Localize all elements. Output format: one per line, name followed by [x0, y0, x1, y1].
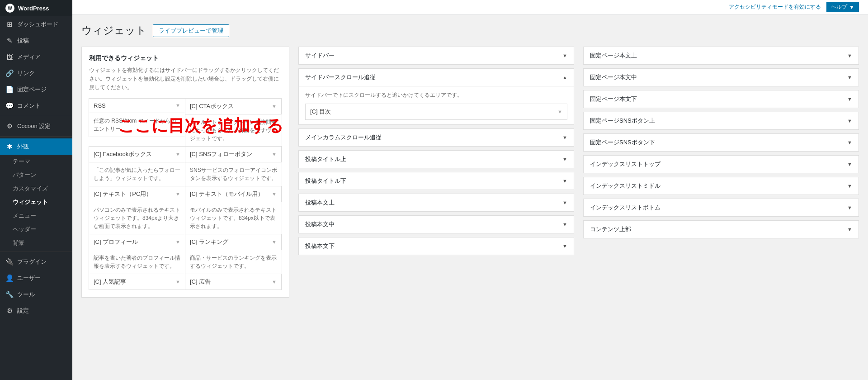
widget-area-fixed-page-middle: 固定ページ本文中 ▼	[583, 68, 859, 86]
chevron-down-icon: ▼	[175, 239, 180, 245]
sidebar-item-posts[interactable]: ✎ 投稿	[0, 33, 72, 49]
help-label: ヘルプ	[831, 3, 847, 11]
widget-ranking[interactable]: [C] ランキング ▼	[185, 234, 282, 250]
sidebar-item-cocoon[interactable]: ⚙ Cocoon 設定	[0, 118, 72, 134]
widget-label: [C] CTAボックス	[190, 102, 234, 110]
sidebar-item-label: プラグイン	[17, 258, 47, 266]
widget-area-post-content-middle: 投稿本文中 ▼	[298, 215, 574, 233]
widget-label: RSS	[94, 102, 106, 109]
chevron-down-icon: ▼	[847, 205, 852, 210]
dashboard-icon: ⊞	[5, 20, 14, 28]
sidebar-sub-menus[interactable]: メニュー	[0, 209, 72, 223]
widget-cta[interactable]: [C] CTAボックス ▼	[185, 98, 282, 114]
fixed-page-below-header[interactable]: 固定ページ本文下 ▼	[584, 90, 859, 108]
tools-icon: 🔧	[5, 290, 14, 299]
widget-rss[interactable]: RSS ▼	[89, 98, 185, 113]
divider3	[0, 252, 72, 252]
post-title-below-header[interactable]: 投稿タイトル下 ▼	[299, 172, 574, 190]
widget-toc-item[interactable]: [C] 目次 ▼	[305, 104, 567, 120]
post-content-below-label: 投稿本文下	[305, 242, 335, 250]
fixed-page-sns-below-label: 固定ページSNSボタン下	[590, 138, 655, 147]
fixed-page-sns-below-header[interactable]: 固定ページSNSボタン下 ▼	[584, 134, 859, 151]
sidebar-sub-themes[interactable]: テーマ	[0, 155, 72, 168]
sidebar-item-media[interactable]: 🖼 メディア	[0, 49, 72, 65]
fixed-page-middle-header[interactable]: 固定ページ本文中 ▼	[584, 69, 859, 86]
post-content-above-header[interactable]: 投稿本文上 ▼	[299, 194, 574, 211]
media-icon: 🖼	[5, 53, 14, 61]
chevron-down-icon: ▼	[847, 118, 852, 124]
widget-grid: RSS ▼ 任意の RSS/Atom フィードからのエントリー。 [C] CTA…	[89, 99, 282, 290]
sidebar-sub-header[interactable]: ヘッダー	[0, 223, 72, 236]
widget-text-pc-desc: パソコンのみで表示されるテキストウィジェットです。834pxより大きな画面で表示…	[89, 202, 186, 234]
appearance-icon: ✱	[5, 142, 14, 151]
sidebar-item-plugins[interactable]: 🔌 プラグイン	[0, 254, 72, 270]
widget-text-mobile[interactable]: [C] テキスト（モバイル用） ▼	[185, 186, 282, 202]
pages-icon: 📄	[5, 86, 14, 94]
sidebar-item-links[interactable]: 🔗 リンク	[0, 65, 72, 81]
list-item: [C] 広告 ▼	[185, 274, 282, 290]
sidebar-item-pages[interactable]: 📄 固定ページ	[0, 81, 72, 98]
content-top-header[interactable]: コンテンツ上部 ▼	[584, 221, 859, 238]
sidebar-sub-customize[interactable]: カスタマイズ	[0, 182, 72, 195]
widget-ad[interactable]: [C] 広告 ▼	[185, 274, 282, 290]
help-button[interactable]: ヘルプ ▼	[826, 2, 859, 12]
chevron-down-icon: ▼	[847, 183, 852, 189]
post-title-above-header[interactable]: 投稿タイトル上 ▼	[299, 151, 574, 168]
widget-ranking-desc: 商品・サービスのランキングを表示するウィジェットです。	[185, 250, 282, 274]
widget-text-pc[interactable]: [C] テキスト（PC用） ▼	[89, 186, 185, 202]
accessibility-link[interactable]: アクセシビリティモードを有効にする	[729, 3, 821, 11]
widget-popular[interactable]: [C] 人気記事 ▼	[89, 274, 185, 290]
index-list-bottom-header[interactable]: インデックスリストボトム ▼	[584, 199, 859, 216]
index-list-top-label: インデックスリストトップ	[590, 160, 660, 168]
available-widgets-title: 利用できるウィジェット	[89, 54, 282, 62]
sidebar-scroll-desc: サイドバーで下にスクロールすると追いかけてくるエリアです。	[305, 91, 567, 99]
widget-profile[interactable]: [C] プロフィール ▼	[89, 234, 185, 250]
widget-area-index-list-middle: インデックスリストミドル ▼	[583, 177, 859, 195]
posts-icon: ✎	[5, 37, 14, 45]
fixed-page-sns-above-label: 固定ページSNSボタン上	[590, 117, 655, 125]
sidebar-item-settings[interactable]: ⚙ 設定	[0, 303, 72, 319]
widget-facebook[interactable]: [C] Facebookボックス ▼	[89, 146, 185, 162]
sidebar-item-dashboard[interactable]: ⊞ ダッシュボード	[0, 16, 72, 33]
fixed-page-above-label: 固定ページ本文上	[590, 52, 637, 60]
widget-label: [C] プロフィール	[94, 238, 138, 246]
fixed-page-sns-above-header[interactable]: 固定ページSNSボタン上 ▼	[584, 112, 859, 129]
fixed-page-above-header[interactable]: 固定ページ本文上 ▼	[584, 47, 859, 64]
page-header: ウィジェット ライブプレビューで管理	[81, 24, 859, 38]
widget-toc-label: [C] 目次	[310, 108, 331, 116]
widget-profile-desc: 記事を書いた著者のプロフィール情報を表示するウィジェットです。	[89, 250, 186, 274]
sidebar-item-label: ツール	[17, 290, 35, 299]
sidebar-item-appearance[interactable]: ✱ 外観	[0, 138, 72, 155]
widget-text-mobile-desc: モバイルのみで表示されるテキストウィジェットです。834px以下で表示されます。	[185, 202, 282, 234]
sidebar-scroll-header[interactable]: サイドバースクロール追従 ▲	[299, 69, 574, 86]
sidebar-sub-patterns[interactable]: パターン	[0, 168, 72, 182]
widget-sns-follow[interactable]: [C] SNSフォローボタン ▼	[185, 146, 282, 162]
widget-label: [C] ランキング	[190, 238, 228, 246]
sidebar-area-header[interactable]: サイドバー ▼	[299, 47, 574, 64]
sidebar-item-label: コメント	[17, 102, 41, 110]
fixed-page-below-label: 固定ページ本文下	[590, 95, 637, 103]
chevron-down-icon: ▼	[847, 227, 852, 232]
widget-label: [C] テキスト（PC用）	[94, 190, 152, 198]
sidebar-sub-widgets[interactable]: ウィジェット	[0, 195, 72, 209]
sidebar-item-label: メディア	[17, 53, 41, 61]
chevron-down-icon: ▼	[562, 200, 567, 205]
sidebar-scroll-body: サイドバーで下にスクロールすると追いかけてくるエリアです。 [C] 目次 ▼	[299, 86, 574, 124]
widget-area-fixed-page-sns-above: 固定ページSNSボタン上 ▼	[583, 112, 859, 130]
index-list-top-header[interactable]: インデックスリストトップ ▼	[584, 156, 859, 173]
main-scroll-header[interactable]: メインカラムスクロール追従 ▼	[299, 129, 574, 146]
sidebar-sub-background[interactable]: 背景	[0, 236, 72, 250]
post-content-middle-header[interactable]: 投稿本文中 ▼	[299, 216, 574, 233]
sidebar-scroll-label: サイドバースクロール追従	[305, 73, 376, 81]
sidebar-item-comments[interactable]: 💬 コメント	[0, 98, 72, 114]
plugins-icon: 🔌	[5, 258, 14, 266]
live-preview-button[interactable]: ライブプレビューで管理	[153, 24, 229, 37]
sidebar-item-users[interactable]: 👤 ユーザー	[0, 270, 72, 286]
index-list-middle-header[interactable]: インデックスリストミドル ▼	[584, 177, 859, 195]
widget-area-index-list-bottom: インデックスリストボトム ▼	[583, 199, 859, 217]
widget-sns-follow-desc: SNSサービスのフォローアイコンボタンを表示するウィジェットです。	[185, 162, 282, 186]
widget-label: [C] Facebookボックス	[94, 150, 152, 158]
post-content-below-header[interactable]: 投稿本文下 ▼	[299, 238, 574, 255]
widget-area-index-list-top: インデックスリストトップ ▼	[583, 155, 859, 173]
sidebar-item-tools[interactable]: 🔧 ツール	[0, 286, 72, 303]
